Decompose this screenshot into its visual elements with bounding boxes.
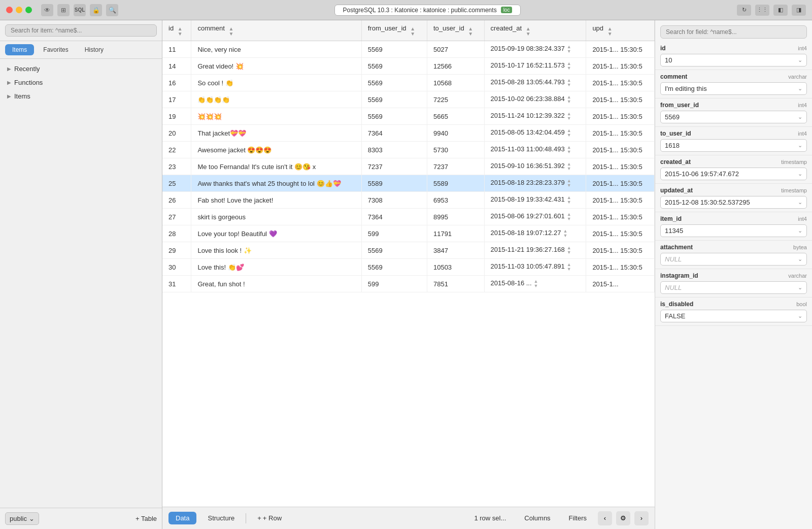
row-sort-arrows[interactable]: ▲▼ (567, 112, 571, 121)
row-sort-arrows[interactable]: ▲▼ (567, 262, 571, 272)
data-tab-button[interactable]: Data (168, 512, 196, 524)
chevron-down-icon[interactable]: ⌄ (798, 313, 802, 319)
table-row[interactable]: 23Me too Fernanda! It's cute isn't it 😊😘… (162, 158, 655, 175)
window-right-button[interactable]: ◨ (792, 5, 806, 16)
field-name: to_user_id (660, 130, 691, 137)
field-value-wrapper[interactable]: 5569⌄ (660, 111, 807, 123)
field-value-wrapper[interactable]: NULL⌄ (660, 281, 807, 294)
table-row[interactable]: 30Love this! 👏💕5569105032015-11-03 10:05… (162, 259, 655, 276)
lock-icon[interactable]: 🔒 (90, 4, 102, 16)
refresh-button[interactable]: ↻ (737, 5, 751, 16)
col-id[interactable]: id ▲▼ (162, 20, 191, 41)
table-row[interactable]: 19💥💥💥556956652015-11-24 10:12:39.322▲▼20… (162, 108, 655, 125)
field-value-wrapper[interactable]: FALSE⌄ (660, 310, 807, 322)
add-table-button[interactable]: + Table (136, 515, 157, 522)
table-cell: 7364 (361, 209, 427, 225)
sidebar-item-items[interactable]: ▶ Items (0, 89, 162, 103)
chevron-down-icon[interactable]: ⌄ (798, 114, 802, 120)
row-sort-arrows[interactable]: ▲▼ (567, 128, 571, 138)
row-sort-arrows[interactable]: ▲▼ (567, 195, 571, 205)
sidebar-item-functions[interactable]: ▶ Functions (0, 76, 162, 89)
col-created-at[interactable]: created_at ▲▼ (484, 20, 586, 41)
row-sort-arrows[interactable]: ▲▼ (567, 162, 571, 171)
col-from-user-id[interactable]: from_user_id ▲▼ (361, 20, 427, 41)
table-row[interactable]: 26Fab shot! Love the jacket!730869532015… (162, 192, 655, 209)
close-button[interactable] (6, 7, 13, 13)
row-sort-arrows[interactable]: ▲▼ (567, 95, 571, 104)
table-cell: 28 (162, 225, 191, 242)
col-upd[interactable]: upd ▲▼ (586, 20, 655, 41)
structure-tab-button[interactable]: Structure (200, 512, 242, 524)
chevron-down-icon[interactable]: ⌄ (798, 85, 802, 92)
row-sort-arrows[interactable]: ▲▼ (534, 279, 538, 288)
prev-page-button[interactable]: ‹ (598, 511, 612, 525)
add-row-button[interactable]: + + Row (250, 512, 289, 524)
sidebar-search-input[interactable] (5, 24, 157, 37)
columns-button[interactable]: Columns (517, 512, 557, 524)
table-row[interactable]: 20That jacket💝💝736499402015-08-05 13:42:… (162, 125, 655, 142)
window-left-button[interactable]: ◧ (773, 5, 788, 16)
field-value: NULL (665, 284, 798, 291)
row-sort-arrows[interactable]: ▲▼ (567, 212, 571, 221)
table-row[interactable]: 31Great, fun shot !59978512015-08-16 ...… (162, 276, 655, 292)
search-icon[interactable]: 🔍 (106, 4, 118, 16)
field-value-wrapper[interactable]: NULL⌄ (660, 253, 807, 266)
table-row[interactable]: 16So cool ! 👏5569105682015-08-28 13:05:4… (162, 75, 655, 91)
table-row[interactable]: 11Nice, very nice556950272015-09-19 08:3… (162, 41, 655, 58)
sql-icon[interactable]: SQL (74, 4, 86, 16)
tab-favorites[interactable]: Favorites (36, 44, 75, 55)
chevron-down-icon[interactable]: ⌄ (798, 284, 802, 291)
tab-items[interactable]: Items (5, 44, 34, 55)
table-cell: 7308 (361, 192, 427, 209)
minimize-button[interactable] (16, 7, 22, 13)
table-cell: 2015-1... 15:30:5 (586, 175, 655, 192)
field-value-wrapper[interactable]: 11345⌄ (660, 224, 807, 237)
chevron-down-icon[interactable]: ⌄ (798, 57, 802, 63)
maximize-button[interactable] (25, 7, 32, 13)
col-comment[interactable]: comment ▲▼ (191, 20, 361, 41)
settings-button[interactable]: ⚙ (616, 511, 630, 525)
table-cell: 2015-1... 15:30:5 (586, 242, 655, 259)
col-to-user-id[interactable]: to_user_id ▲▼ (427, 20, 484, 41)
schema-select[interactable]: public ⌄ (5, 512, 39, 525)
table-row[interactable]: 25Aww thanks that's what 25 thought to l… (162, 175, 655, 192)
sidebar-item-recently[interactable]: ▶ Recently (0, 62, 162, 76)
filters-button[interactable]: Filters (562, 512, 594, 524)
table-cell: 23 (162, 158, 191, 175)
chevron-down-icon[interactable]: ⌄ (798, 199, 802, 206)
next-page-button[interactable]: › (634, 511, 649, 525)
field-value-wrapper[interactable]: I'm editing this⌄ (660, 82, 807, 95)
chevron-down-icon[interactable]: ⌄ (798, 227, 802, 234)
table-cell: 2015-11-21 19:36:27.168▲▼ (484, 242, 586, 259)
table-row[interactable]: 28Love your top! Beautiful 💜599117912015… (162, 225, 655, 242)
row-sort-arrows[interactable]: ▲▼ (567, 179, 571, 188)
row-sort-arrows[interactable]: ▲▼ (567, 61, 571, 71)
chevron-down-icon[interactable]: ⌄ (798, 171, 802, 177)
field-value-wrapper[interactable]: 2015-10-06 19:57:47.672⌄ (660, 168, 807, 180)
table-cell: 5569 (361, 41, 427, 58)
eye-icon[interactable]: 👁 (41, 4, 53, 16)
row-sort-arrows[interactable]: ▲▼ (567, 145, 571, 154)
row-sort-arrows[interactable]: ▲▼ (567, 246, 571, 255)
field-name: id (660, 45, 666, 52)
table-row[interactable]: 17👏👏👏👏556972252015-10-02 06:23:38.884▲▼2… (162, 91, 655, 108)
row-sort-arrows[interactable]: ▲▼ (567, 45, 571, 54)
field-value: 11345 (665, 227, 798, 235)
chevron-down-icon[interactable]: ⌄ (798, 142, 802, 149)
field-value-wrapper[interactable]: 1618⌄ (660, 139, 807, 152)
table-row[interactable]: 14Great video! 💥5569125662015-10-17 16:5… (162, 58, 655, 75)
field-search-input[interactable] (660, 25, 807, 39)
table-row[interactable]: 27skirt is gorgeous736489952015-08-06 19… (162, 209, 655, 225)
table-wrapper[interactable]: id ▲▼ comment ▲▼ from_user_id ▲▼ to_user… (162, 20, 655, 507)
row-sort-arrows[interactable]: ▲▼ (563, 229, 567, 238)
chevron-down-icon[interactable]: ⌄ (798, 256, 802, 262)
table-row[interactable]: 29Love this look ! ✨556938472015-11-21 1… (162, 242, 655, 259)
table-row[interactable]: 22Awesome jacket 😍😍😍830357302015-11-03 1… (162, 142, 655, 158)
field-value-wrapper[interactable]: 10⌄ (660, 54, 807, 67)
table-cell: 27 (162, 209, 191, 225)
tab-history[interactable]: History (78, 44, 111, 55)
row-sort-arrows[interactable]: ▲▼ (567, 78, 571, 87)
layout-icon[interactable]: ⊞ (57, 4, 70, 16)
grid-button[interactable]: ⋮⋮ (755, 5, 769, 16)
field-value-wrapper[interactable]: 2015-12-08 15:30:52.537295⌄ (660, 196, 807, 209)
